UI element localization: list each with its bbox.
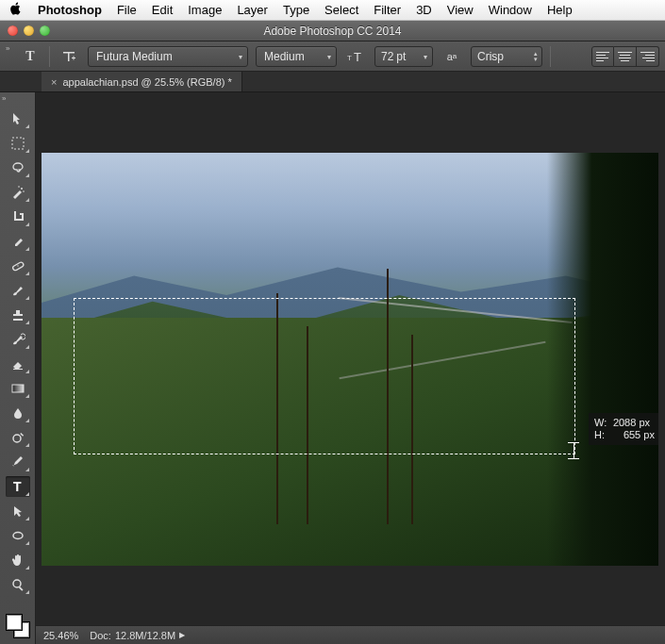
menu-image[interactable]: Image: [188, 3, 222, 17]
healing-brush-tool[interactable]: [6, 256, 30, 276]
menu-type[interactable]: Type: [283, 3, 309, 17]
clone-stamp-tool[interactable]: [6, 305, 30, 325]
font-size-icon: TT: [344, 46, 367, 67]
text-align-group: [591, 46, 659, 67]
hand-tool[interactable]: [6, 550, 30, 570]
color-swatches[interactable]: [6, 614, 30, 638]
menu-window[interactable]: Window: [489, 3, 532, 17]
window-title: Adobe Photoshop CC 2014: [0, 25, 665, 38]
font-size-value: 72: [381, 50, 393, 63]
options-bar: » T Futura Medium▾ Medium▾ TT 72 pt ▾ aa…: [0, 41, 665, 72]
text-insertion-cursor: [568, 442, 579, 459]
font-family-value: Futura Medium: [96, 50, 173, 63]
options-expand-icon[interactable]: »: [6, 44, 11, 53]
menu-select[interactable]: Select: [324, 3, 358, 17]
antialias-icon: aa: [441, 46, 463, 67]
menu-layer[interactable]: Layer: [237, 3, 268, 17]
align-center-button[interactable]: [614, 46, 637, 67]
apple-icon[interactable]: [9, 2, 23, 18]
document-tab-bar: × appalachian.psd @ 25.5% (RGB/8) *: [0, 72, 665, 92]
lasso-tool[interactable]: [6, 157, 30, 178]
separator: [49, 46, 50, 67]
status-doc-info[interactable]: Doc: 12.8M/12.8M ▶: [90, 630, 185, 641]
brush-tool[interactable]: [6, 280, 30, 301]
window-titlebar: Adobe Photoshop CC 2014: [0, 21, 665, 41]
antialias-value: Crisp: [477, 50, 504, 63]
svg-text:T: T: [354, 50, 361, 64]
quick-select-tool[interactable]: [6, 182, 30, 203]
menu-view[interactable]: View: [447, 3, 474, 17]
menu-3d[interactable]: 3D: [416, 3, 432, 17]
move-tool[interactable]: [6, 108, 30, 129]
align-right-button[interactable]: [637, 46, 659, 67]
shape-tool[interactable]: [6, 525, 30, 546]
svg-rect-1: [68, 52, 70, 61]
dim-h-label: H:: [594, 429, 605, 440]
font-size-input[interactable]: 72 pt ▾: [374, 46, 433, 67]
separator: [550, 46, 551, 67]
align-left-button[interactable]: [591, 46, 614, 67]
marquee-tool[interactable]: [6, 133, 30, 154]
dim-h-value: 655 px: [623, 429, 655, 440]
crop-tool[interactable]: [6, 206, 30, 227]
font-size-unit: pt: [396, 50, 406, 63]
font-style-dropdown[interactable]: Medium▾: [256, 46, 337, 67]
antialias-dropdown[interactable]: Crisp ▴▾: [471, 46, 542, 67]
path-select-tool[interactable]: [6, 501, 30, 521]
svg-text:T: T: [347, 54, 352, 62]
menu-filter[interactable]: Filter: [374, 3, 401, 17]
text-bounding-box[interactable]: [74, 298, 575, 454]
gradient-tool[interactable]: [6, 378, 30, 399]
status-doc-value: 12.8M/12.8M: [115, 630, 175, 641]
dimension-tooltip: W: 2088 px H: 655 px: [589, 413, 658, 445]
tool-preset-button[interactable]: T: [19, 46, 42, 67]
foreground-color-swatch[interactable]: [6, 614, 23, 631]
chevron-right-icon: ▶: [179, 631, 185, 639]
tools-expand-icon[interactable]: »: [2, 94, 6, 103]
tools-panel: »: [0, 92, 36, 644]
blur-tool[interactable]: [6, 403, 30, 423]
svg-rect-3: [74, 56, 75, 59]
menu-app-name[interactable]: Photoshop: [38, 3, 102, 17]
history-brush-tool[interactable]: [6, 329, 30, 350]
close-icon[interactable]: ×: [51, 76, 57, 88]
status-bar: 25.46% Doc: 12.8M/12.8M ▶: [36, 625, 665, 644]
document-tab-label: appalachian.psd @ 25.5% (RGB/8) *: [62, 76, 231, 88]
menu-help[interactable]: Help: [547, 3, 573, 17]
dim-w-label: W:: [594, 417, 607, 428]
type-tool[interactable]: [6, 476, 30, 497]
zoom-tool[interactable]: [6, 574, 30, 595]
pen-tool[interactable]: [6, 452, 30, 472]
eyedropper-tool[interactable]: [6, 231, 30, 252]
document-canvas[interactable]: W: 2088 px H: 655 px: [42, 153, 658, 566]
document-tab[interactable]: × appalachian.psd @ 25.5% (RGB/8) *: [42, 72, 242, 91]
dodge-tool[interactable]: [6, 427, 30, 448]
status-zoom[interactable]: 25.46%: [43, 630, 78, 641]
font-style-value: Medium: [264, 50, 305, 63]
menu-edit[interactable]: Edit: [152, 3, 173, 17]
canvas-area[interactable]: W: 2088 px H: 655 px: [36, 92, 665, 644]
eraser-tool[interactable]: [6, 354, 30, 374]
text-orientation-button[interactable]: [58, 46, 80, 67]
menu-file[interactable]: File: [117, 3, 137, 17]
status-doc-label: Doc:: [90, 630, 111, 641]
mac-menubar: Photoshop File Edit Image Layer Type Sel…: [0, 0, 665, 21]
dim-w-value: 2088 px: [613, 417, 650, 428]
font-family-dropdown[interactable]: Futura Medium▾: [88, 46, 248, 67]
